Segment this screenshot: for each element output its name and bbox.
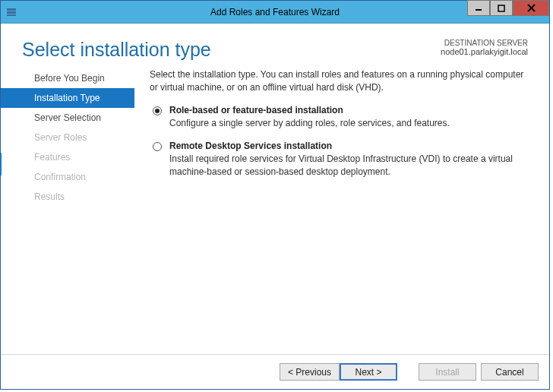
sidebar-step-results: Results xyxy=(1,187,134,207)
sidebar-step-features: Features xyxy=(1,147,134,167)
install-button: Install xyxy=(419,363,476,381)
server-manager-icon xyxy=(5,6,17,18)
cancel-button[interactable]: Cancel xyxy=(481,363,539,381)
nav-button-group: < Previous Next > xyxy=(280,363,397,381)
sidebar-step-installation-type[interactable]: Installation Type xyxy=(1,88,134,108)
page-header: Select installation type DESTINATION SER… xyxy=(1,24,549,68)
previous-button[interactable]: < Previous xyxy=(280,363,340,381)
option-text: Role-based or feature-based installation… xyxy=(169,105,450,130)
destination-info: DESTINATION SERVER node01.parlakyigit.lo… xyxy=(441,39,528,56)
option-title: Remote Desktop Services installation xyxy=(169,141,526,151)
sidebar-step-server-selection[interactable]: Server Selection xyxy=(1,108,134,128)
intro-text: Select the installation type. You can in… xyxy=(150,68,526,94)
radio-icon[interactable] xyxy=(153,106,162,115)
svg-rect-2 xyxy=(7,14,16,16)
destination-label: DESTINATION SERVER xyxy=(441,39,528,47)
next-button[interactable]: Next > xyxy=(340,363,397,381)
option-title: Role-based or feature-based installation xyxy=(169,105,450,115)
maximize-button[interactable] xyxy=(490,0,513,16)
svg-rect-1 xyxy=(7,11,16,14)
option-text: Remote Desktop Services installation Ins… xyxy=(169,141,526,179)
option-desc: Configure a single server by adding role… xyxy=(169,117,450,130)
titlebar: Add Roles and Features Wizard xyxy=(1,1,549,24)
option-desc: Install required role services for Virtu… xyxy=(169,153,526,179)
sidebar-step-before-you-begin[interactable]: Before You Begin xyxy=(1,68,134,88)
wizard-window: Add Roles and Features Wizard Select ins… xyxy=(0,0,550,390)
radio-icon[interactable] xyxy=(153,142,162,151)
close-button[interactable] xyxy=(513,0,549,16)
body: Before You Begin Installation Type Serve… xyxy=(1,68,549,354)
page-title: Select installation type xyxy=(22,39,211,61)
window-controls xyxy=(467,1,549,23)
left-accent xyxy=(0,153,2,175)
svg-rect-4 xyxy=(498,5,504,11)
svg-rect-0 xyxy=(7,8,16,11)
destination-host: node01.parlakyigit.local xyxy=(441,47,528,56)
content-pane: Select the installation type. You can in… xyxy=(134,68,534,354)
wizard-sidebar: Before You Begin Installation Type Serve… xyxy=(1,68,134,354)
option-rds[interactable]: Remote Desktop Services installation Ins… xyxy=(150,141,526,179)
sidebar-step-server-roles: Server Roles xyxy=(1,128,134,147)
minimize-button[interactable] xyxy=(467,0,490,16)
sidebar-step-confirmation: Confirmation xyxy=(1,167,134,187)
option-role-based[interactable]: Role-based or feature-based installation… xyxy=(150,105,526,130)
footer: < Previous Next > Install Cancel xyxy=(1,354,549,389)
